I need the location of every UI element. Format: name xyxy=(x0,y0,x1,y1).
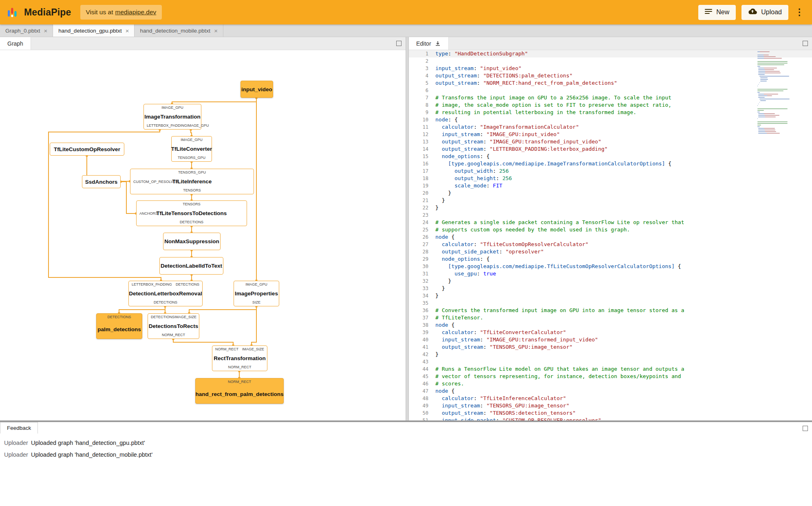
code-line[interactable]: 13 output_stream: "IMAGE_GPU:transformed… xyxy=(409,138,812,145)
port-label: DETECTIONS xyxy=(180,220,203,224)
code-line[interactable]: 33 } xyxy=(409,285,812,292)
close-icon[interactable]: × xyxy=(126,28,129,34)
code-line[interactable]: 3input_stream: "input_video" xyxy=(409,65,812,72)
code-line[interactable]: 28 output_side_packet: "opresolver" xyxy=(409,248,812,255)
code-line[interactable]: 32 } xyxy=(409,277,812,285)
new-button[interactable]: New xyxy=(698,5,736,20)
code-line[interactable]: 42} xyxy=(409,351,812,358)
graph-node-input-video[interactable]: input_video xyxy=(241,81,273,98)
graph-node-detection-letterbox-removal[interactable]: LETTERBOX_PADDING DETECTIONS DetectionLe… xyxy=(128,281,203,306)
code-line[interactable]: 24# Generates a single side packet conta… xyxy=(409,219,812,226)
graph-node-non-max-suppression[interactable]: NonMaxSuppression xyxy=(163,233,221,250)
close-icon[interactable]: × xyxy=(44,28,48,34)
graph-node-ssd-anchors[interactable]: SsdAnchors xyxy=(82,175,121,188)
code-line[interactable]: 12 input_stream: "IMAGE_GPU:input_video" xyxy=(409,131,812,138)
popout-icon[interactable] xyxy=(396,41,402,46)
popout-icon[interactable] xyxy=(803,41,808,46)
popout-icon[interactable] xyxy=(803,426,808,431)
code-line[interactable]: 40 input_stream: "IMAGE_GPU:transformed_… xyxy=(409,336,812,343)
code-line[interactable]: 10node: { xyxy=(409,116,812,123)
code-line[interactable]: 29 node_options: { xyxy=(409,255,812,263)
code-line[interactable]: 39 calculator: "TfLiteConverterCalculato… xyxy=(409,329,812,336)
vertical-splitter[interactable] xyxy=(406,37,409,420)
port-label: IMAGE_GPU xyxy=(187,123,209,128)
node-label: ImageTransformation xyxy=(144,114,200,120)
code-line[interactable]: 31 use_gpu: true xyxy=(409,270,812,277)
code-line[interactable]: 15 node_options: { xyxy=(409,153,812,160)
node-label: ImageProperties xyxy=(235,290,278,297)
code-line[interactable]: 50 output_stream: "TENSORS:detection_ten… xyxy=(409,409,812,417)
code-line[interactable]: 26node { xyxy=(409,233,812,241)
graph-node-image-properties[interactable]: IMAGE_GPU ImageProperties SIZE xyxy=(234,281,279,306)
code-line[interactable]: 49 input_stream: "TENSORS_GPU:image_tens… xyxy=(409,402,812,409)
code-line[interactable]: 48 calculator: "TfLiteInferenceCalculato… xyxy=(409,395,812,402)
graph-node-image-transformation[interactable]: IMAGE_GPU ImageTransformation LETTERBOX_… xyxy=(143,104,201,130)
code-line[interactable]: 4output_stream: "DETECTIONS:palm_detecti… xyxy=(409,72,812,79)
code-line[interactable]: 2 xyxy=(409,57,812,65)
tab-graph[interactable]: Graph xyxy=(0,37,31,50)
port-label: TENSORS xyxy=(183,202,201,207)
code-line[interactable]: 47node { xyxy=(409,387,812,395)
code-line[interactable]: 51 input_side_packet: "CUSTOM_OP_RESOLVE… xyxy=(409,417,812,420)
more-menu-icon[interactable]: ⋮ xyxy=(794,8,805,17)
code-line[interactable]: 16 [type.googleapis.com/mediapipe.ImageT… xyxy=(409,160,812,167)
code-line[interactable]: 38node { xyxy=(409,321,812,329)
code-line[interactable]: 18 output_height: 256 xyxy=(409,175,812,182)
code-line[interactable]: 22} xyxy=(409,204,812,211)
node-label: RectTransformation xyxy=(214,355,266,361)
code-line[interactable]: 14 output_stream: "LETTERBOX_PADDING:let… xyxy=(409,145,812,153)
code-line[interactable]: 21 } xyxy=(409,197,812,204)
code-line[interactable]: 37# TfLiteTensor. xyxy=(409,314,812,321)
graph-node-detections-to-rects[interactable]: DETECTIONS IMAGE_SIZE DetectionsToRects … xyxy=(148,313,199,339)
code-line[interactable]: 36# Converts the transformed input image… xyxy=(409,307,812,314)
visit-link[interactable]: mediapipe.dev xyxy=(115,9,156,16)
feedback-source: Uploader xyxy=(0,440,29,446)
feedback-panel: Feedback Uploader Uploaded graph 'hand_d… xyxy=(0,422,812,506)
code-line[interactable]: 9# resulting in potential letterboxing i… xyxy=(409,109,812,116)
download-icon[interactable] xyxy=(435,40,441,47)
code-lines: 1type: "HandDetectionSubgraph"23input_st… xyxy=(409,50,812,420)
code-line[interactable]: 25# supports custom ops needed by the mo… xyxy=(409,226,812,233)
port-label: IMAGE_SIZE xyxy=(174,315,196,319)
code-line[interactable]: 23 xyxy=(409,211,812,219)
code-line[interactable]: 1type: "HandDetectionSubgraph" xyxy=(409,50,812,57)
close-icon[interactable]: × xyxy=(214,28,218,34)
file-tab-hand-detection-mobile[interactable]: hand_detection_mobile.pbtxt × xyxy=(135,24,223,37)
app-title: MediaPipe xyxy=(24,7,71,18)
file-tab-hand-detection-gpu[interactable]: hand_detection_gpu.pbtxt × xyxy=(53,24,135,37)
code-line[interactable]: 11 calculator: "ImageTransformationCalcu… xyxy=(409,123,812,131)
code-line[interactable]: 35 xyxy=(409,299,812,307)
code-line[interactable]: 7# Transforms the input image on GPU to … xyxy=(409,94,812,101)
graph-node-tflite-tensors-to-detections[interactable]: TENSORS ANCHORS TfLiteTensorsToDetection… xyxy=(136,200,247,226)
code-line[interactable]: 17 output_width: 256 xyxy=(409,167,812,175)
code-line[interactable]: 30 [type.googleapis.com/mediapipe.TfLite… xyxy=(409,263,812,270)
graph-canvas[interactable]: input_video IMAGE_GPU ImageTransformatio… xyxy=(0,50,406,420)
graph-node-detection-label-id-to-text[interactable]: DetectionLabelIdToText xyxy=(159,257,223,275)
graph-node-palm-detections[interactable]: DETECTIONS palm_detections xyxy=(96,313,142,339)
code-line[interactable]: 19 scale_mode: FIT xyxy=(409,182,812,189)
upload-button[interactable]: Upload xyxy=(741,5,788,20)
code-line[interactable]: 43 xyxy=(409,358,812,365)
graph-node-hand-rect-from-palm-detections[interactable]: NORM_RECT hand_rect_from_palm_detections xyxy=(195,378,284,404)
code-line[interactable]: 27 calculator: "TfLiteCustomOpResolverCa… xyxy=(409,241,812,248)
code-line[interactable]: 45# vector of tensors representing, for … xyxy=(409,373,812,380)
code-editor[interactable]: 1type: "HandDetectionSubgraph"23input_st… xyxy=(409,50,812,420)
graph-node-tflite-converter[interactable]: IMAGE_GPU TfLiteConverter TENSORS_GPU xyxy=(171,136,212,162)
graph-node-tflite-custom-op-resolver[interactable]: TfLiteCustomOpResolver xyxy=(50,143,124,156)
file-tab-label: hand_detection_mobile.pbtxt xyxy=(140,28,210,34)
tab-editor[interactable]: Editor xyxy=(409,37,449,50)
file-tab-graph0[interactable]: Graph_0.pbtxt × xyxy=(0,24,53,37)
code-line[interactable]: 46# scores. xyxy=(409,380,812,387)
code-line[interactable]: 5output_stream: "NORM_RECT:hand_rect_fro… xyxy=(409,79,812,87)
graph-node-tflite-inference[interactable]: TENSORS_GPU CUSTOM_OP_RESOLVER TfLiteInf… xyxy=(130,169,254,194)
code-line[interactable]: 41 output_stream: "TENSORS_GPU:image_ten… xyxy=(409,343,812,351)
port-label: DETECTIONS xyxy=(151,315,174,319)
code-line[interactable]: 34} xyxy=(409,292,812,299)
code-line[interactable]: 8# image, the scale_mode option is set t… xyxy=(409,101,812,109)
code-line[interactable]: 6 xyxy=(409,87,812,94)
editor-minimap[interactable] xyxy=(757,51,793,134)
code-line[interactable]: 44# Runs a TensorFlow Lite model on GPU … xyxy=(409,365,812,373)
graph-node-rect-transformation[interactable]: NORM_RECT IMAGE_SIZE RectTransformation … xyxy=(212,345,267,371)
tab-feedback[interactable]: Feedback xyxy=(0,422,38,433)
code-line[interactable]: 20 } xyxy=(409,189,812,197)
